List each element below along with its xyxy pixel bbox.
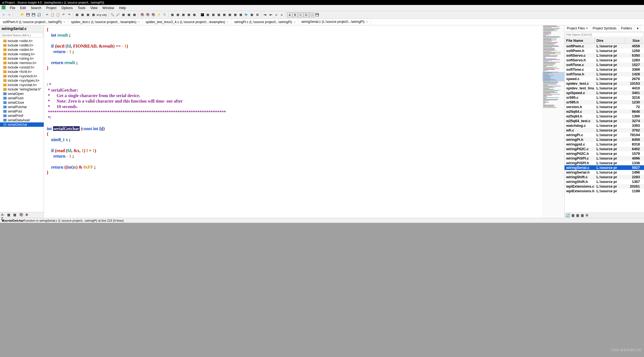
file-row[interactable]: softPwm.cL:\source pr4559: [565, 44, 644, 48]
tool-icon[interactable]: ℛ: [162, 12, 167, 17]
menu-tools[interactable]: Tools: [76, 6, 88, 10]
tool-icon[interactable]: ▦: [121, 12, 126, 17]
tool-icon[interactable]: ▦: [80, 12, 85, 17]
tool-icon[interactable]: ▦: [576, 213, 579, 217]
save-layout-icon[interactable]: 💾: [315, 12, 320, 17]
code-area[interactable]: { int result ; if (ioctl (fd, FIONREAD, …: [44, 25, 542, 218]
paste-icon[interactable]: 📋: [56, 12, 60, 17]
tool-icon[interactable]: ▦: [581, 213, 584, 217]
symbol-item[interactable]: include <string.h>: [0, 56, 44, 61]
menu-search[interactable]: Search: [29, 6, 43, 10]
symbol-item[interactable]: include <fcntl.h>: [0, 70, 44, 74]
layout-icon[interactable]: ▦: [192, 12, 197, 17]
file-row[interactable]: wiringpid.cL:\source pr8318: [565, 142, 644, 147]
tool-icon[interactable]: 🐦: [244, 12, 249, 17]
layout-icon[interactable]: ▦: [175, 12, 180, 17]
tool-icon[interactable]: 📚: [19, 213, 24, 217]
tool-icon[interactable]: ▦: [238, 12, 243, 17]
symbol-item[interactable]: include <stdio.h>: [0, 39, 44, 43]
symbol-item[interactable]: include "wiringSerial.h": [0, 87, 44, 92]
file-row[interactable]: softServo.cL:\source pr6350: [565, 53, 644, 58]
symbol-item[interactable]: include <stdlib.h>: [0, 43, 44, 48]
tool-icon[interactable]: ▦: [211, 12, 216, 17]
tool-icon[interactable]: ▦: [13, 213, 18, 217]
file-row[interactable]: wiringPi.cL:\source pr78104: [565, 133, 644, 137]
symbol-item[interactable]: serialClose: [0, 100, 44, 105]
tool-icon[interactable]: 🅿: [200, 12, 205, 17]
tool-icon[interactable]: ▦: [222, 12, 227, 17]
file-row[interactable]: wfi.cL:\source pr3762: [565, 128, 644, 133]
layout-b-icon[interactable]: B: [293, 12, 298, 17]
symbol-item[interactable]: include <sys/types.h>: [0, 78, 44, 83]
tool-icon[interactable]: 📚: [140, 12, 145, 17]
tool-icon[interactable]: ⚡: [156, 12, 161, 17]
symbol-item[interactable]: serialPrintf: [0, 114, 44, 118]
tool-icon[interactable]: x=y: [96, 12, 101, 17]
layout-icon[interactable]: ▦: [181, 12, 186, 17]
tool-icon[interactable]: ≡: [274, 12, 279, 17]
file-row[interactable]: wiringPiI2C.cL:\source pr6402: [565, 147, 644, 151]
symbol-item[interactable]: serialOpen: [0, 92, 44, 96]
menu-project[interactable]: Project: [44, 6, 59, 10]
file-row[interactable]: speed.cL:\source pr2676: [565, 76, 644, 81]
symbol-search-input[interactable]: [1, 33, 43, 38]
file-row[interactable]: softTone.hL:\source pr1428: [565, 72, 644, 76]
menu-edit[interactable]: Edit: [18, 6, 28, 10]
file-row[interactable]: spiSpeed.cL:\source pr3401: [565, 90, 644, 95]
gear-icon[interactable]: ⚙: [25, 213, 30, 217]
new-file-icon[interactable]: 📄: [15, 12, 20, 17]
minimap[interactable]: [542, 25, 564, 218]
close-icon[interactable]: ×: [227, 20, 228, 24]
tool-icon[interactable]: ▦: [85, 12, 90, 17]
file-grid[interactable]: File Name Dire Size softPwm.cL:\source p…: [565, 38, 644, 213]
symbol-item[interactable]: serialPuts: [0, 109, 44, 114]
file-row[interactable]: w25q64_test.cL:\source pr3274: [565, 119, 644, 123]
tool-icon[interactable]: ▦: [216, 12, 221, 17]
menu-window[interactable]: Window: [100, 6, 117, 10]
file-row[interactable]: wiringShift.cL:\source pr2283: [565, 175, 644, 179]
file-row[interactable]: sr595.hL:\source pr1230: [565, 100, 644, 105]
tool-icon[interactable]: ▦: [205, 12, 210, 17]
file-row[interactable]: w25q64.hL:\source pr1300: [565, 114, 644, 119]
tool-icon[interactable]: ≡: [279, 12, 284, 17]
document-tab[interactable]: spidev_test_linux3_4.c (L:\source projec…: [143, 19, 232, 25]
symbol-item[interactable]: include <sys/ioctl.h>: [0, 74, 44, 78]
tool-icon[interactable]: x≠y: [102, 12, 107, 17]
menu-help[interactable]: Help: [117, 6, 128, 10]
tool-icon[interactable]: ◂+: [268, 12, 273, 17]
layout-icon[interactable]: ▦: [186, 12, 191, 17]
symbol-item[interactable]: include <sys/stat.h>: [0, 83, 44, 87]
file-row[interactable]: w25q64.cL:\source pr9646: [565, 109, 644, 114]
file-row[interactable]: watchdog.cL:\source pr3393: [565, 123, 644, 128]
tool-icon[interactable]: ⊞: [255, 12, 260, 17]
file-row[interactable]: wiringPiSPI.cL:\source pr4096: [565, 156, 644, 161]
cut-icon[interactable]: ✂: [45, 12, 49, 17]
tool-icon[interactable]: ▦: [571, 213, 574, 217]
file-row[interactable]: spidev_test.cL:\source pr10153: [565, 81, 644, 86]
file-row[interactable]: softTone.cL:\source pr1527: [565, 62, 644, 67]
tab-dropdown[interactable]: ▾: [635, 25, 641, 31]
layout-d-icon[interactable]: D: [304, 12, 309, 17]
tool-icon[interactable]: 🔎: [115, 12, 120, 17]
refresh-icon[interactable]: 🔄: [566, 213, 570, 217]
symbol-item[interactable]: include <termios.h>: [0, 61, 44, 65]
file-row[interactable]: version.hL:\source pr72: [565, 105, 644, 109]
close-icon[interactable]: ×: [586, 26, 588, 30]
close-icon[interactable]: ×: [294, 20, 295, 24]
tool-icon[interactable]: ▦: [249, 12, 254, 17]
tool-icon[interactable]: ▦: [233, 12, 238, 17]
menu-file[interactable]: File: [8, 6, 17, 10]
open-file-icon[interactable]: 📂: [20, 12, 25, 17]
symbol-item[interactable]: include <stdint.h>: [0, 48, 44, 52]
file-row[interactable]: softPwm.hL:\source pr1250: [565, 48, 644, 53]
layout-a-icon[interactable]: A: [287, 12, 292, 17]
symbol-item[interactable]: include <unistd.h>: [0, 65, 44, 70]
document-tab[interactable]: wiringPi.c (L:\source project\...\wiring…: [232, 19, 299, 25]
tool-icon[interactable]: ▦: [132, 12, 137, 17]
symbol-item[interactable]: serialDataAvail: [0, 118, 44, 122]
refresh-icon[interactable]: 🔄: [37, 12, 42, 17]
symbol-item[interactable]: include <stdarg.h>: [0, 52, 44, 56]
tool-icon[interactable]: ▦: [7, 213, 12, 217]
file-row[interactable]: wiringShift.hL:\source pr1367: [565, 179, 644, 184]
tab-folders[interactable]: Folders: [619, 25, 635, 31]
